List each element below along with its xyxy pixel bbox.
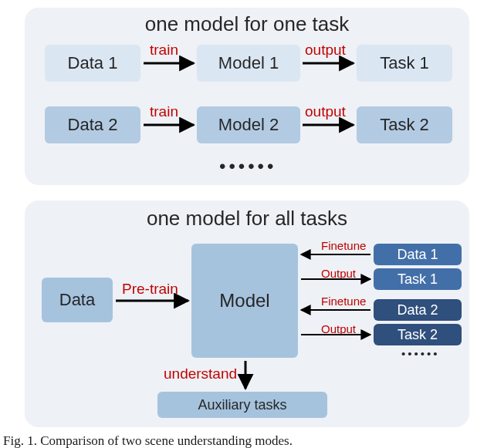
lbl-understand: understand [164, 365, 237, 382]
box-task1: Task 1 [357, 45, 452, 82]
dots-top: •••••• [219, 156, 276, 177]
box-aux: Auxiliary tasks [157, 392, 327, 418]
lbl-output1: output [305, 42, 346, 59]
box-t1: Task 1 [374, 268, 462, 290]
lbl-pretrain: Pre-train [122, 281, 178, 298]
title-bottom: one model for all tasks [116, 207, 378, 231]
box-model1: Model 1 [197, 45, 300, 82]
lbl-output2: output [305, 103, 346, 120]
box-data1: Data 1 [45, 45, 140, 82]
box-task2: Task 2 [357, 106, 452, 143]
lbl-out2: Output [321, 322, 356, 335]
box-model: Model [191, 244, 298, 358]
lbl-out1: Output [321, 267, 356, 280]
box-data: Data [42, 278, 113, 322]
lbl-ft1: Finetune [321, 239, 366, 252]
lbl-train1: train [150, 42, 178, 59]
figure-caption: Fig. 1. Comparison of two scene understa… [3, 433, 293, 448]
dots-bottom: •••••• [401, 347, 440, 360]
lbl-ft2: Finetune [321, 295, 366, 308]
box-t2: Task 2 [374, 324, 462, 345]
box-model2: Model 2 [197, 106, 300, 143]
box-d2: Data 2 [374, 299, 462, 321]
lbl-train2: train [150, 103, 178, 120]
box-data2: Data 2 [45, 106, 140, 143]
title-top: one model for one task [116, 12, 378, 36]
box-d1: Data 1 [374, 244, 462, 265]
